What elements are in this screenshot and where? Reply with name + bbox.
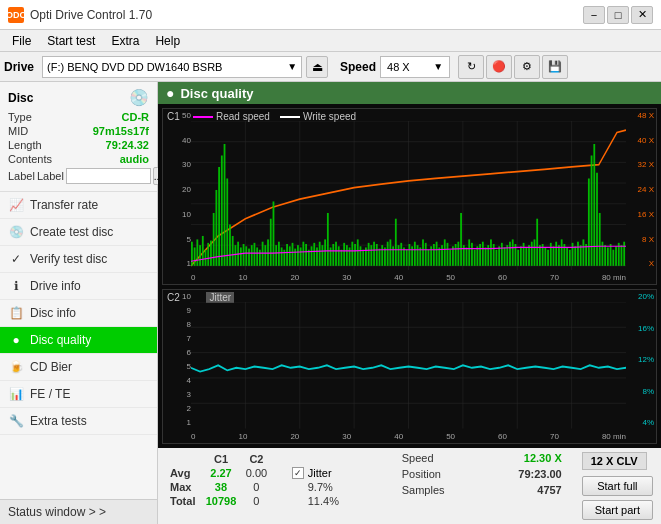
svg-rect-54 [297,245,299,266]
drive-label: Drive [4,60,34,74]
speed-value: 48 X [387,61,410,73]
menu-extra[interactable]: Extra [103,32,147,50]
svg-rect-69 [338,246,340,266]
close-button[interactable]: ✕ [631,6,653,24]
svg-rect-92 [400,243,402,266]
svg-rect-47 [278,242,280,266]
maximize-button[interactable]: □ [607,6,629,24]
sidebar-item-transfer-rate[interactable]: 📈 Transfer rate [0,192,157,219]
start-part-button[interactable]: Start part [582,500,653,520]
right-panel: ● Disc quality C1 Read speed Write speed [158,82,661,524]
svg-rect-136 [520,246,522,266]
c1-x-80: 80 min [602,273,626,282]
status-window-button[interactable]: Status window > > [0,499,157,524]
window-controls: − □ ✕ [583,6,653,24]
svg-rect-53 [294,249,296,266]
position-stat-label: Position [402,468,441,480]
svg-rect-164 [596,173,598,266]
extra-tests-icon: 🔧 [8,413,24,429]
svg-rect-81 [370,245,372,266]
stats-avg-c2: 0.00 [241,466,272,480]
disc-label-input[interactable] [66,168,151,184]
sidebar-item-extra-tests[interactable]: 🔧 Extra tests [0,408,157,435]
svg-rect-149 [555,242,557,266]
col-c1-header: C1 [201,452,241,466]
svg-rect-30 [232,236,234,266]
stats-total-c1: 10798 [201,494,241,508]
c1-y-40: 40 [165,136,191,145]
c2-chart-svg [191,302,626,429]
svg-rect-40 [259,250,261,266]
sidebar-item-fe-te[interactable]: 📊 FE / TE [0,381,157,408]
svg-rect-31 [235,245,237,266]
svg-rect-33 [240,247,242,265]
refresh-button[interactable]: ↻ [458,55,484,79]
c2-chart: C2 Jitter 10 9 8 7 6 5 4 3 2 1 [162,289,657,444]
left-panel: Disc 💿 Type CD-R MID 97m15s17f Length 79… [0,82,158,524]
svg-rect-68 [335,242,337,266]
speed-stat-value: 12.30 X [524,452,562,464]
menu-file[interactable]: File [4,32,39,50]
burn-button[interactable]: 🔴 [486,55,512,79]
c2-y-7: 7 [165,334,191,343]
sidebar-item-create-test-disc[interactable]: 💿 Create test disc [0,219,157,246]
c1-x-axis: 0 10 20 30 40 50 60 70 80 min [191,270,626,284]
stats-area: C1 C2 Avg 2.27 0.00 Max 38 0 [158,448,661,524]
save-button[interactable]: 💾 [542,55,568,79]
svg-rect-61 [316,247,318,265]
title-bar-left: ODC Opti Drive Control 1.70 [8,7,152,23]
stats-max-c1: 38 [201,480,241,494]
start-full-button[interactable]: Start full [582,476,653,496]
svg-rect-129 [501,243,503,266]
svg-rect-15 [191,242,193,266]
disc-label-static: Label [37,170,64,182]
stats-avg-row: Avg 2.27 0.00 [166,466,272,480]
disc-type-value: CD-R [122,111,150,123]
svg-rect-57 [305,244,307,266]
svg-rect-42 [264,245,266,266]
disc-contents-row: Contents audio [8,153,149,165]
sidebar-item-drive-info[interactable]: ℹ Drive info [0,273,157,300]
speed-dropdown[interactable]: 48 X ▼ [380,56,450,78]
svg-rect-87 [387,242,389,266]
minimize-button[interactable]: − [583,6,605,24]
samples-stat-value: 4757 [537,484,561,496]
menu-start-test[interactable]: Start test [39,32,103,50]
svg-rect-132 [509,242,511,266]
c1-yr-32x: 32 X [628,160,654,169]
drive-dropdown[interactable]: (F:) BENQ DVD DD DW1640 BSRB ▼ [42,56,302,78]
disc-contents-label: Contents [8,153,52,165]
sidebar-item-disc-info[interactable]: 📋 Disc info [0,300,157,327]
eject-button[interactable]: ⏏ [306,56,328,78]
legend-read-speed: Read speed [193,111,270,122]
svg-rect-52 [292,243,294,266]
settings-button[interactable]: ⚙ [514,55,540,79]
sidebar-item-cd-bier[interactable]: 🍺 CD Bier [0,354,157,381]
c2-y-axis-right: 20% 16% 12% 8% 4% [626,290,656,429]
c1-y-30: 30 [165,160,191,169]
sidebar-item-verify-test-disc[interactable]: ✓ Verify test disc [0,246,157,273]
c1-yr-24x: 24 X [628,185,654,194]
svg-rect-46 [275,245,277,266]
svg-rect-16 [194,247,196,265]
c1-x-50: 50 [446,273,455,282]
svg-rect-21 [207,243,209,266]
svg-rect-77 [360,246,362,266]
svg-rect-140 [531,242,533,266]
menu-help[interactable]: Help [147,32,188,50]
c1-yr-16x: 16 X [628,210,654,219]
svg-rect-38 [254,243,256,266]
toolbar-buttons: ↻ 🔴 ⚙ 💾 [458,55,568,79]
jitter-checkbox[interactable]: ✓ [292,467,304,479]
legend-read-speed-label: Read speed [216,111,270,122]
svg-rect-157 [577,242,579,266]
app-title: Opti Drive Control 1.70 [30,8,152,22]
chart-title: Disc quality [180,86,253,101]
svg-rect-76 [357,239,359,265]
sidebar-item-disc-quality[interactable]: ● Disc quality [0,327,157,354]
svg-rect-48 [281,247,283,265]
c1-plot-area [191,121,626,270]
c1-yr-8x: 8 X [628,235,654,244]
c2-x-40: 40 [394,432,403,441]
chart-header: ● Disc quality [158,82,661,104]
